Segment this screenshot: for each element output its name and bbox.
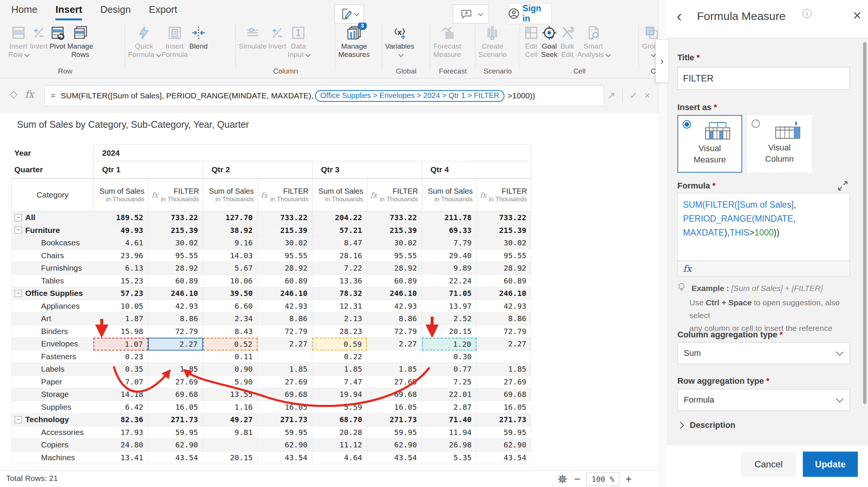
- data-cell[interactable]: 1.85: [148, 363, 203, 376]
- data-cell[interactable]: 39.50: [203, 287, 258, 300]
- manage-measures-button[interactable]: 3ManageMeasures: [338, 23, 370, 59]
- data-cell[interactable]: 1.85: [477, 363, 531, 376]
- data-cell[interactable]: 27.69: [477, 376, 531, 389]
- data-cell[interactable]: 1.07: [93, 338, 148, 351]
- data-cell[interactable]: 246.10: [477, 287, 531, 300]
- data-cell[interactable]: 27.69: [148, 376, 203, 389]
- data-cell[interactable]: 1.85: [367, 363, 422, 376]
- data-cell[interactable]: 49.27: [203, 413, 258, 426]
- data-cell[interactable]: 13.41: [93, 452, 148, 464]
- data-cell[interactable]: 42.93: [477, 300, 531, 313]
- row-label-fasteners[interactable]: Fasteners: [11, 351, 93, 363]
- data-cell[interactable]: 4.61: [93, 237, 148, 250]
- data-cell[interactable]: 69.68: [258, 388, 312, 401]
- row-label-appliances[interactable]: Appliances: [11, 300, 93, 313]
- data-cell[interactable]: 211.78: [422, 211, 477, 224]
- data-cell[interactable]: 30.02: [477, 237, 531, 250]
- data-cell[interactable]: 12.31: [312, 300, 367, 313]
- data-cell[interactable]: 24.80: [93, 439, 148, 452]
- formula-editor[interactable]: SUM(FILTER([Sum of Sales],PERIOD_RANGE(M…: [677, 193, 850, 261]
- data-cell[interactable]: 5.59: [312, 401, 367, 414]
- data-cell[interactable]: 2.27: [258, 338, 312, 351]
- data-cell[interactable]: 6.60: [203, 300, 258, 313]
- data-cell[interactable]: [203, 439, 258, 452]
- data-cell[interactable]: 9.89: [422, 262, 477, 275]
- data-cell[interactable]: 27.69: [367, 376, 422, 389]
- data-cell[interactable]: 69.68: [148, 388, 203, 401]
- data-cell[interactable]: 189.52: [93, 211, 148, 224]
- data-cell[interactable]: 22.01: [422, 388, 477, 401]
- invert-button[interactable]: Invert: [268, 23, 286, 59]
- data-cell[interactable]: 1.85: [258, 363, 312, 376]
- data-cell[interactable]: 22.24: [422, 275, 477, 288]
- edit-cell-button[interactable]: EditCell: [523, 23, 539, 59]
- row-label-furniture[interactable]: −Furniture: [11, 224, 93, 237]
- data-cell[interactable]: 246.10: [367, 287, 422, 300]
- insert-formula-button[interactable]: InsertFormula: [162, 23, 188, 59]
- cell-reference-pill[interactable]: Office Supplies > Envelopes > 2024 > Qtr…: [315, 90, 504, 102]
- quarter-header[interactable]: Qtr 3: [312, 161, 422, 178]
- data-cell[interactable]: 28.92: [367, 262, 422, 275]
- insert-row-button[interactable]: InsertRow: [8, 23, 28, 59]
- data-cell[interactable]: 7.25: [422, 376, 477, 389]
- data-cell[interactable]: 28.16: [312, 250, 367, 262]
- data-cell[interactable]: 7.22: [312, 262, 367, 275]
- forecast-measure-button[interactable]: ForecastMeasure: [433, 23, 461, 59]
- zoom-out-button[interactable]: −: [574, 473, 580, 485]
- data-cell[interactable]: 30.02: [258, 237, 312, 250]
- collapse-icon[interactable]: −: [15, 227, 22, 234]
- data-cell[interactable]: 733.22: [148, 211, 203, 224]
- invert-button[interactable]: Invert: [30, 23, 48, 59]
- data-cell[interactable]: 43.54: [258, 452, 312, 464]
- row-label-copiers[interactable]: Copiers: [11, 439, 93, 452]
- data-cell[interactable]: 59.95: [258, 426, 312, 439]
- row-label-tables[interactable]: Tables: [11, 275, 93, 288]
- data-cell[interactable]: 17.93: [93, 426, 148, 439]
- data-cell[interactable]: 215.39: [148, 224, 203, 237]
- data-cell[interactable]: 246.10: [148, 287, 203, 300]
- data-cell[interactable]: 16.05: [477, 401, 531, 414]
- data-cell[interactable]: 42.93: [367, 300, 422, 313]
- data-cell[interactable]: 72.79: [367, 325, 422, 338]
- data-cell[interactable]: 2.27: [367, 338, 422, 351]
- row-aggregation-select[interactable]: Formula: [677, 389, 850, 411]
- data-cell[interactable]: 28.23: [312, 325, 367, 338]
- data-cell[interactable]: 95.55: [477, 250, 531, 262]
- data-cell[interactable]: 8.86: [258, 312, 312, 325]
- data-cell[interactable]: 2.27: [148, 338, 203, 351]
- data-cell[interactable]: 29.40: [422, 250, 477, 262]
- data-cell[interactable]: 2.34: [203, 312, 258, 325]
- data-cell[interactable]: 10.06: [203, 275, 258, 288]
- sales-measure-header[interactable]: Sum of Salesin Thousands: [422, 178, 477, 211]
- data-cell[interactable]: 20.28: [312, 426, 367, 439]
- data-cell[interactable]: 8.86: [367, 312, 422, 325]
- sales-measure-header[interactable]: Sum of Salesin Thousands: [203, 178, 258, 211]
- zoom-in-button[interactable]: +: [625, 473, 631, 485]
- data-cell[interactable]: 28.92: [477, 262, 531, 275]
- quarter-header[interactable]: Qtr 2: [203, 161, 313, 178]
- data-cell[interactable]: 9.16: [203, 237, 258, 250]
- data-cell[interactable]: 26.98: [422, 439, 477, 452]
- data-cell[interactable]: 72.79: [258, 325, 312, 338]
- data-cell[interactable]: 127.70: [203, 211, 258, 224]
- update-button[interactable]: Update: [803, 452, 858, 477]
- expand-formula-editor-icon[interactable]: [837, 180, 848, 191]
- simulate-button[interactable]: Simulate: [239, 23, 267, 59]
- data-cell[interactable]: 14.03: [203, 250, 258, 262]
- data-cell[interactable]: 49.93: [93, 224, 148, 237]
- data-cell[interactable]: 271.73: [477, 413, 531, 426]
- option-visual-measure[interactable]: Visual Measure: [677, 115, 742, 173]
- data-cell[interactable]: 2.87: [422, 401, 477, 414]
- cancel-formula-icon[interactable]: ×: [645, 90, 650, 101]
- data-cell[interactable]: 57.21: [312, 224, 367, 237]
- data-cell[interactable]: 0.90: [203, 363, 258, 376]
- eraser-icon[interactable]: ◇: [10, 88, 17, 100]
- create-scenario-button[interactable]: CreateScenario: [478, 23, 507, 59]
- variables-button[interactable]: Variables: [385, 23, 414, 59]
- data-cell[interactable]: 95.55: [258, 250, 312, 262]
- quarter-header[interactable]: Qtr 1: [93, 161, 203, 178]
- data-cell[interactable]: 6.13: [93, 262, 148, 275]
- expand-formula-icon[interactable]: ↗: [607, 90, 616, 101]
- collapse-icon[interactable]: −: [15, 290, 22, 297]
- row-label-labels[interactable]: Labels: [11, 363, 93, 376]
